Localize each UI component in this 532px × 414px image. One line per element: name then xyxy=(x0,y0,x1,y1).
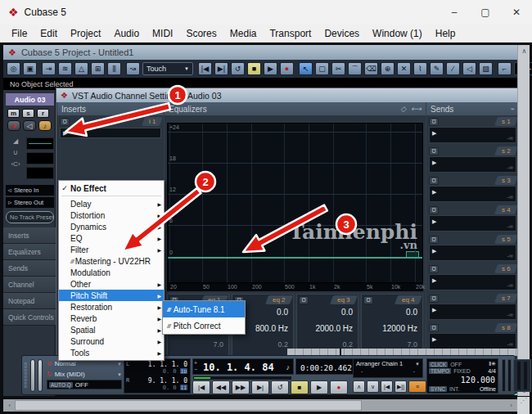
color-tool[interactable]: ▨ xyxy=(479,62,493,75)
horizontal-scrollbar[interactable]: ‹ › xyxy=(3,399,517,412)
mute-button[interactable]: m xyxy=(7,109,20,118)
locators-display[interactable]: L 1. 1. 1. 0 0. 0 ID R 9. 1. 1. 0 0. 0 I… xyxy=(124,358,191,394)
menu-help[interactable]: Help xyxy=(429,25,462,42)
effect-menu-item-delay[interactable]: Delay▶ xyxy=(59,198,164,209)
effect-menu-item-no-effect[interactable]: ✓No Effect xyxy=(59,182,164,194)
effect-menu-item-surround[interactable]: Surround▶ xyxy=(59,335,164,347)
scroll-left-icon[interactable]: ‹ xyxy=(3,399,16,412)
send-power-icon[interactable]: Ʊ xyxy=(429,324,439,332)
resize-grip[interactable]: ⋰ xyxy=(517,397,530,414)
toolbar-play-button[interactable]: ▶ xyxy=(264,62,277,75)
pan-value-box[interactable] xyxy=(26,152,54,164)
scroll-right-icon[interactable]: › xyxy=(505,399,517,412)
close-button[interactable]: ✕ xyxy=(501,0,532,25)
effect-menu-item-modulation[interactable]: Modulation xyxy=(59,267,164,278)
toolbar-goto-start-button[interactable]: |◀ xyxy=(198,62,212,75)
eq-q-value[interactable]: 7.0 xyxy=(407,340,417,349)
effect-menu-item-pitch-shift[interactable]: Pitch Shift▶ xyxy=(59,290,164,301)
menu-window-1-[interactable]: Window (1) xyxy=(366,25,429,42)
time-display[interactable]: 0:00:20.462 ○ xyxy=(295,358,359,375)
send-power-icon[interactable]: Ʊ xyxy=(429,177,439,185)
stop-button[interactable]: ■ xyxy=(291,380,309,394)
menu-transport[interactable]: Transport xyxy=(263,25,318,42)
song-position-display[interactable]: +− 10. 1. 4. 84 ♪ xyxy=(192,358,294,375)
toolbar-record-button[interactable]: ● xyxy=(280,62,294,75)
eq-q-value[interactable]: 7.0 xyxy=(213,340,223,349)
eq-frequency-value[interactable]: 2000.0 Hz xyxy=(315,324,353,333)
draw-tool[interactable]: ✎ xyxy=(430,62,444,75)
record-enable-button[interactable]: ● xyxy=(7,120,20,131)
inspector-tab-quick-controls[interactable]: Quick Controls xyxy=(3,309,56,326)
effect-menu-item-eq[interactable]: EQ▶ xyxy=(59,232,164,244)
auto-quantize-row[interactable]: AUTO Q OFF xyxy=(47,380,122,389)
mute-tool[interactable]: ✕ xyxy=(397,62,411,75)
arranger-first-event-button[interactable]: |◀ xyxy=(381,380,393,393)
horizontal-scrollbar-thumb[interactable] xyxy=(15,400,362,411)
toolbar-cycle-button[interactable]: ↺ xyxy=(231,62,245,75)
menu-audio[interactable]: Audio xyxy=(107,25,146,42)
effect-menu-item-distortion[interactable]: Distortion▶ xyxy=(59,209,164,221)
position-slider[interactable] xyxy=(193,376,291,380)
nudge-palette-button[interactable]: ⌐ xyxy=(498,62,512,75)
send-power-icon[interactable]: Ʊ xyxy=(429,206,439,214)
project-window-titlebar[interactable]: ❖ Cubase 5 Project - Untitled1 xyxy=(3,45,520,60)
send-power-icon[interactable]: Ʊ xyxy=(429,118,439,126)
insert1-tab[interactable]: i 1 xyxy=(142,117,163,126)
inspector-tab-sends[interactable]: Sends xyxy=(3,260,56,277)
inspector-tab-channel[interactable]: Channel xyxy=(3,277,56,293)
maximize-button[interactable]: ▢ xyxy=(470,0,501,25)
forward-button[interactable]: ▶▶ xyxy=(232,380,250,394)
position-nudge-buttons[interactable]: +− xyxy=(194,360,197,373)
eq-band-power-icon[interactable]: Ʊ xyxy=(299,296,309,304)
range-selection-tool[interactable]: ▢ xyxy=(315,62,329,75)
send-power-icon[interactable]: Ʊ xyxy=(429,295,439,303)
quantize-button[interactable]: ⊞ xyxy=(91,62,105,75)
erase-tool[interactable]: ⌫ xyxy=(364,62,378,75)
monitor-button[interactable]: ◁ xyxy=(23,120,36,131)
menu-file[interactable]: File xyxy=(5,25,34,42)
arranger-next-event-button[interactable]: ▶|| xyxy=(394,380,407,393)
time-warp-tool[interactable]: ⌇ xyxy=(413,62,427,75)
inserts-menu-icon[interactable]: ⊸ xyxy=(153,105,160,113)
send-power-icon[interactable]: Ʊ xyxy=(429,147,439,155)
send-power-icon[interactable]: Ʊ xyxy=(429,236,439,244)
arranger-next-chain-button[interactable]: ∨ xyxy=(367,380,379,393)
menu-media[interactable]: Media xyxy=(223,25,264,42)
snap-button[interactable]: ≋ xyxy=(58,62,72,75)
toolbar-goto-end-button[interactable]: ▶| xyxy=(214,62,228,75)
inspector-tab-equalizers[interactable]: Equalizers xyxy=(3,244,56,260)
play-tool[interactable]: ◁ xyxy=(462,62,476,75)
arranger-mode-button[interactable]: ≡ xyxy=(408,380,426,393)
line-tool[interactable]: ∕ xyxy=(446,62,460,75)
eq-frequency-value[interactable]: 800.0 Hz xyxy=(255,324,288,333)
arranger-prev-chain-button[interactable]: ∧ xyxy=(353,380,365,393)
eq-reset-icon[interactable]: ⟷ xyxy=(411,105,422,113)
eq-q-value[interactable]: 0.2 xyxy=(342,340,353,349)
output-level-fader[interactable] xyxy=(38,359,43,392)
effect-menu-item-filter[interactable]: Filter▶ xyxy=(59,244,164,255)
menu-project[interactable]: Project xyxy=(64,25,107,42)
send-routing-slot[interactable]: ▶-∞ xyxy=(429,274,516,290)
power-button[interactable]: ◎ xyxy=(7,62,20,75)
split-tool[interactable]: ✂ xyxy=(331,62,345,75)
output-routing-row[interactable]: ⊳ Stereo Out xyxy=(6,197,54,208)
send-routing-slot[interactable]: ▶-∞ xyxy=(429,156,516,173)
object-selection-tool[interactable]: ↖ xyxy=(299,62,313,75)
grid-type-button[interactable]: △ xyxy=(74,62,88,75)
insert1-slot[interactable]: ▶ xyxy=(60,128,161,138)
record-button[interactable]: ● xyxy=(330,380,348,394)
effect-menu-item-tools[interactable]: Tools▶ xyxy=(59,347,164,358)
monitor-button[interactable]: ▣ xyxy=(23,62,37,75)
track-preset-row[interactable]: No Track Preset xyxy=(6,211,54,223)
vertical-scrollbar[interactable]: ∧ ∨ xyxy=(517,45,530,396)
eq-band-3[interactable]: Ʊeq 30.02000.0 Hz0.2 xyxy=(296,294,358,356)
send-power-icon[interactable]: Ʊ xyxy=(429,265,439,273)
inspector-tab-inserts[interactable]: Inserts xyxy=(3,227,56,244)
send-routing-slot[interactable]: ▶-∞ xyxy=(429,304,516,320)
mixer-button[interactable]: ⫼ xyxy=(107,62,121,75)
effect-menu-item-other[interactable]: Other▶ xyxy=(59,278,164,290)
volume-value-box[interactable] xyxy=(26,137,54,150)
eq-gain-value[interactable]: 0.0 xyxy=(341,308,353,317)
arranger-display[interactable]: Arranger Chain 1 ▼ - - xyxy=(353,358,423,378)
eq-band-power-icon[interactable]: Ʊ xyxy=(363,296,373,304)
